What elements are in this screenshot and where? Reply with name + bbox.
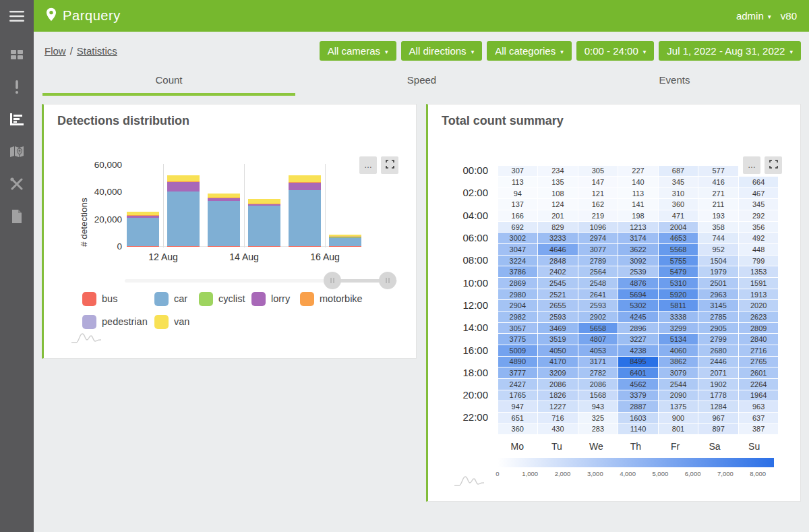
location-pin-icon [46, 7, 57, 24]
heatmap-cell: 2902 [578, 312, 618, 322]
slider-left-handle[interactable] [324, 272, 341, 289]
heatmap-cell: 897 [698, 424, 738, 435]
heatmap-cell: 2623 [739, 312, 779, 322]
time-label: 12:00 [428, 300, 498, 312]
sidebar-item-dashboard[interactable] [0, 40, 34, 72]
bar-segment-car [289, 190, 321, 246]
time-label [428, 312, 498, 323]
bar-segment-car [167, 191, 200, 246]
heatmap-cell: 3145 [698, 300, 738, 311]
admin-menu[interactable]: admin ▾ [736, 10, 771, 22]
tab-events[interactable]: Events [548, 69, 801, 96]
heatmap-cell: 137 [498, 199, 538, 210]
colorbar-tick-label: 6,000 [685, 470, 701, 477]
stacked-bar [208, 194, 240, 247]
main-content: Flow/Statistics All cameras▾ All directi… [34, 32, 809, 532]
time-range-filter-dropdown[interactable]: 0:00 - 24:00▾ [576, 41, 655, 61]
bar-segment-car [248, 206, 280, 245]
legend-label: van [174, 316, 189, 327]
time-label: 14:00 [428, 322, 498, 334]
heatmap-cell: 947 [498, 401, 538, 412]
slider-right-handle[interactable] [379, 272, 396, 289]
y-axis-label: # detections [79, 165, 89, 247]
heatmap-cell: 166 [498, 210, 538, 221]
heatmap-row: 3775351948073227513427992840 [428, 334, 803, 345]
heatmap-cell: 2090 [659, 390, 698, 401]
directions-filter-dropdown[interactable]: All directions▾ [401, 41, 483, 61]
sidebar-item-reports[interactable] [0, 202, 34, 234]
heatmap-cell: 121 [578, 188, 618, 199]
sidebar-item-map[interactable] [0, 137, 34, 169]
tab-count[interactable]: Count [42, 69, 295, 96]
chevron-down-icon: ▾ [560, 49, 564, 55]
chart-more-button[interactable]: … [743, 156, 760, 174]
legend-swatch [300, 292, 314, 306]
heatmap-cell: 2539 [618, 266, 658, 277]
card-title: Detections distribution [44, 105, 416, 128]
heatmap-cell: 113 [498, 177, 538, 187]
heatmap-cell: 3002 [498, 233, 538, 243]
heatmap-cell: 271 [698, 188, 738, 199]
bar-segment-van [167, 175, 200, 181]
sidebar-item-alerts[interactable] [0, 72, 34, 105]
time-label: 18:00 [428, 367, 498, 379]
heatmap-cell: 4060 [659, 345, 698, 356]
heatmap-cell: 4238 [618, 345, 658, 356]
tab-speed[interactable]: Speed [295, 69, 548, 96]
sidebar-item-statistics[interactable] [0, 105, 34, 137]
heatmap-cell: 3233 [538, 233, 578, 243]
heatmap-cell: 193 [698, 210, 738, 221]
time-label [428, 289, 498, 300]
heatmap-cell: 2548 [578, 278, 618, 289]
sidebar [0, 0, 34, 532]
legend-swatch [82, 292, 96, 306]
legend-item-pedestrian[interactable]: pedestrian [82, 314, 148, 330]
heatmap-row: 18:003777320927826401307920712601 [428, 367, 803, 379]
cameras-filter-dropdown[interactable]: All cameras▾ [320, 41, 396, 61]
sidebar-item-tools[interactable] [0, 169, 34, 202]
chart-fullscreen-button[interactable] [381, 156, 398, 174]
count-heatmap-table: 00:0030723430522768757711313514714034541… [428, 165, 803, 435]
y-axis-ticks: 020,00040,00060,000 [90, 165, 122, 247]
breadcrumb-statistics-link[interactable]: Statistics [77, 45, 117, 57]
bar-segment-car [127, 218, 159, 245]
legend-item-van[interactable]: van [154, 314, 189, 330]
legend-item-bus[interactable]: bus [82, 291, 117, 307]
heatmap-cell: 3469 [538, 323, 578, 334]
heatmap-cell: 162 [578, 199, 618, 210]
hamburger-menu-icon[interactable] [0, 0, 34, 32]
card-title: Total count summary [428, 105, 800, 128]
breadcrumb-flow-link[interactable]: Flow [44, 45, 66, 57]
date-range-filter-dropdown[interactable]: Jul 1, 2022 - Aug 31, 2022▾ [659, 41, 801, 61]
heatmap-cell: 448 [739, 244, 779, 255]
chart-fullscreen-button[interactable] [765, 156, 782, 174]
heatmap-cell: 6401 [618, 367, 658, 378]
legend-item-lorry[interactable]: lorry [251, 291, 290, 307]
legend-item-car[interactable]: car [154, 291, 187, 307]
heatmap-cell: 3077 [578, 244, 618, 255]
heatmap-cell: 3862 [659, 357, 698, 367]
grid-icon [10, 48, 24, 64]
heatmap-cell: 2402 [538, 266, 578, 277]
heatmap-row: 2982259329024245333827852623 [428, 312, 803, 323]
chart-more-button[interactable]: … [359, 156, 377, 174]
heatmap-row: 08:00322428482789309257551504799 [428, 255, 803, 266]
weekday-label: Fr [655, 441, 695, 452]
heatmap-cell: 227 [618, 166, 658, 177]
colorbar-tick-label: 8,000 [750, 470, 766, 477]
heatmap-row: 137124162141360211345 [428, 199, 803, 210]
heatmap-cell: 2655 [538, 300, 578, 311]
heatmap-cell: 1778 [698, 390, 738, 401]
heatmap-cell: 4170 [538, 357, 578, 367]
heatmap-cell: 416 [698, 177, 738, 187]
heatmap-cell: 5658 [578, 323, 618, 334]
heatmap-cell: 3057 [498, 323, 538, 334]
categories-filter-dropdown[interactable]: All categories▾ [487, 41, 572, 61]
heatmap-cell: 8495 [618, 357, 658, 367]
legend-item-motorbike[interactable]: motorbike [300, 291, 363, 307]
legend-item-cyclist[interactable]: cyclist [199, 291, 245, 307]
x-tick-label: 12 Aug [136, 252, 190, 262]
heatmap-cell: 2071 [698, 367, 738, 378]
heatmap-cell: 1603 [618, 413, 658, 423]
heatmap-cell: 2782 [578, 367, 618, 378]
